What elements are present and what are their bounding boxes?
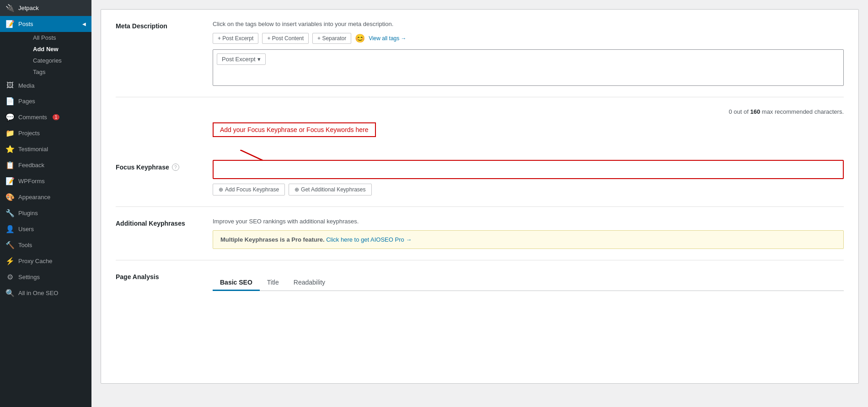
focus-keyphrase-label: Focus Keyphrase [116, 164, 169, 171]
focus-keyphrase-input[interactable] [213, 160, 844, 179]
appearance-icon: 🎨 [5, 193, 15, 201]
char-count: 0 out of 160 max recommended characters. [729, 108, 844, 115]
sidebar-item-label: Comments [18, 114, 47, 121]
post-excerpt-dropdown[interactable]: Post Excerpt ▾ [217, 53, 266, 65]
additional-keyphrases-content: Improve your SEO rankings with additiona… [213, 218, 844, 249]
feedback-icon: 📋 [5, 161, 15, 169]
chevron-icon: ◀ [82, 21, 86, 26]
pro-link[interactable]: Click here to get AIOSEO Pro → [326, 236, 412, 243]
focus-keyphrase-section: 0 out of 160 max recommended characters.… [116, 108, 844, 207]
sidebar-item-label: Users [18, 226, 34, 233]
sidebar-item-users[interactable]: 👤 Users [0, 221, 91, 237]
focus-input-wrapper: ⊕ Add Focus Keyphrase ⊕ Get Additional K… [213, 160, 844, 196]
get-additional-keyphrases-btn[interactable]: ⊕ Get Additional Keyphrases [289, 184, 371, 196]
tab-readability[interactable]: Readability [286, 275, 332, 291]
additional-keyphrases-label: Additional Keyphrases [116, 218, 198, 227]
plus-circle-icon: ⊕ [295, 186, 299, 193]
sidebar-item-label: Settings [18, 274, 40, 280]
proxy-cache-icon: ⚡ [5, 257, 15, 265]
sidebar-item-label: Projects [18, 130, 40, 137]
sidebar-item-label: Feedback [18, 162, 44, 169]
sidebar-sub-tags[interactable]: Tags [16, 66, 91, 78]
sidebar-sub-all-posts[interactable]: All Posts [16, 32, 91, 43]
sidebar-item-tools[interactable]: 🔨 Tools [0, 237, 91, 253]
sidebar-item-appearance[interactable]: 🎨 Appearance [0, 189, 91, 205]
meta-tags-row: + Post Excerpt + Post Content + Separato… [213, 33, 844, 44]
tab-basic-seo[interactable]: Basic SEO [213, 275, 260, 291]
chevron-down-icon: ▾ [257, 56, 261, 63]
content-area: Meta Description Click on the tags below… [101, 9, 859, 384]
wpforms-icon: 📝 [5, 177, 15, 185]
sidebar-item-all-in-one-seo[interactable]: 🔍 All in One SEO [0, 285, 91, 301]
pro-notice-text: Multiple Keyphrases is a Pro feature. [220, 236, 325, 243]
page-analysis-section: Page Analysis Basic SEO Title Readabilit… [116, 271, 844, 291]
post-excerpt-tag[interactable]: + Post Excerpt [213, 33, 258, 44]
sidebar-item-media[interactable]: 🖼 Media [0, 78, 91, 93]
emoji-button[interactable]: 😊 [355, 33, 365, 43]
page-analysis-row: Page Analysis Basic SEO Title Readabilit… [116, 271, 844, 291]
meta-textarea-wrapper: Post Excerpt ▾ [213, 49, 844, 86]
help-icon[interactable]: ? [172, 164, 179, 171]
sidebar-item-label: Posts [18, 21, 33, 27]
additional-keyphrases-section: Additional Keyphrases Improve your SEO r… [116, 218, 844, 260]
users-icon: 👤 [5, 225, 15, 233]
sidebar-sub-add-new[interactable]: Add New [16, 43, 91, 55]
meta-description-row: Meta Description Click on the tags below… [116, 21, 844, 86]
sidebar-item-comments[interactable]: 💬 Comments 1 [0, 109, 91, 125]
page-analysis-label: Page Analysis [116, 271, 198, 280]
post-content-tag[interactable]: + Post Content [262, 33, 309, 44]
annotation-wrapper: Add your Focus Keyphrase or Focus Keywor… [213, 122, 844, 144]
pro-notice: Multiple Keyphrases is a Pro feature. Cl… [213, 230, 844, 249]
sidebar-item-label: Appearance [18, 194, 50, 201]
sidebar-item-plugins[interactable]: 🔧 Plugins [0, 205, 91, 221]
sidebar-item-wpforms[interactable]: 📝 WPForms [0, 173, 91, 189]
tools-icon: 🔨 [5, 241, 15, 249]
sidebar-item-settings[interactable]: ⚙ Settings [0, 269, 91, 285]
sidebar-item-projects[interactable]: 📁 Projects [0, 125, 91, 141]
page-analysis-content: Basic SEO Title Readability [213, 271, 844, 291]
meta-description-section: Meta Description Click on the tags below… [116, 21, 844, 97]
posts-submenu: All Posts Add New Categories Tags [0, 32, 91, 78]
meta-description-text: Click on the tags below to insert variab… [213, 21, 844, 27]
jetpack-icon: 🔌 [5, 4, 15, 12]
sidebar-item-label: Media [18, 82, 34, 89]
sidebar-item-testimonial[interactable]: ⭐ Testimonial [0, 141, 91, 157]
sidebar-item-pages[interactable]: 📄 Pages [0, 93, 91, 109]
media-icon: 🖼 [5, 81, 15, 90]
additional-keyphrases-desc: Improve your SEO rankings with additiona… [213, 218, 844, 225]
sidebar-item-label: Jetpack [18, 5, 39, 11]
sidebar: 🔌 Jetpack 📝 Posts ◀ All Posts Add New Ca… [0, 0, 91, 407]
settings-icon: ⚙ [5, 273, 15, 281]
sidebar-item-label: All in One SEO [18, 290, 58, 296]
annotation-box: Add your Focus Keyphrase or Focus Keywor… [213, 122, 376, 137]
plus-icon: ⊕ [219, 186, 223, 193]
analysis-tabs: Basic SEO Title Readability [213, 275, 844, 291]
add-focus-keyphrase-btn[interactable]: ⊕ Add Focus Keyphrase [213, 184, 285, 196]
sidebar-item-label: Pages [18, 98, 35, 105]
additional-keyphrases-row: Additional Keyphrases Improve your SEO r… [116, 218, 844, 249]
sidebar-item-jetpack[interactable]: 🔌 Jetpack [0, 0, 91, 16]
sidebar-item-label: Tools [18, 242, 32, 248]
posts-icon: 📝 [5, 20, 15, 28]
comments-icon: 💬 [5, 113, 15, 122]
plugins-icon: 🔧 [5, 209, 15, 217]
comments-badge: 1 [53, 114, 60, 120]
projects-icon: 📁 [5, 129, 15, 137]
sidebar-item-posts[interactable]: 📝 Posts ◀ [0, 16, 91, 32]
meta-description-label: Meta Description [116, 21, 198, 30]
focus-label-area: Focus Keyphrase ? [116, 160, 198, 171]
sidebar-sub-categories[interactable]: Categories [16, 55, 91, 66]
sidebar-item-label: WPForms [18, 178, 45, 185]
testimonial-icon: ⭐ [5, 145, 15, 153]
pages-icon: 📄 [5, 97, 15, 106]
meta-description-content: Click on the tags below to insert variab… [213, 21, 844, 86]
sidebar-item-proxy-cache[interactable]: ⚡ Proxy Cache [0, 253, 91, 269]
separator-tag[interactable]: + Separator [312, 33, 351, 44]
focus-actions: ⊕ Add Focus Keyphrase ⊕ Get Additional K… [213, 184, 844, 196]
sidebar-item-label: Testimonial [18, 146, 48, 153]
sidebar-item-label: Proxy Cache [18, 258, 52, 264]
main-content: Meta Description Click on the tags below… [91, 0, 868, 407]
sidebar-item-feedback[interactable]: 📋 Feedback [0, 157, 91, 173]
view-all-tags-link[interactable]: View all tags → [369, 35, 406, 42]
tab-title[interactable]: Title [260, 275, 286, 291]
